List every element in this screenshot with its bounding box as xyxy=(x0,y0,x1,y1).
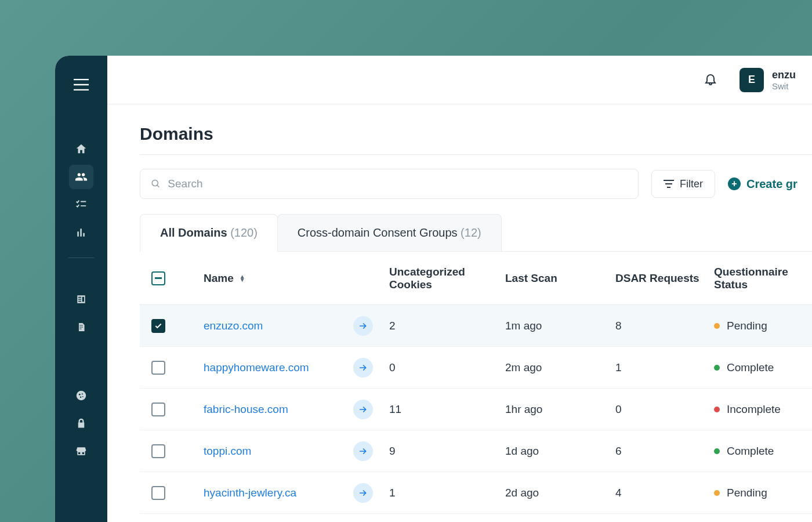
domain-link[interactable]: hyacinth-jewlery.ca xyxy=(204,487,296,499)
open-domain-button[interactable] xyxy=(353,400,373,419)
open-domain-button[interactable] xyxy=(353,358,373,378)
uncategorized-value: 0 xyxy=(389,361,505,374)
lock-icon xyxy=(76,417,86,430)
status-badge: Pending xyxy=(714,487,812,499)
column-name[interactable]: Name ▲▼ xyxy=(204,272,389,285)
home-icon xyxy=(75,143,88,155)
sidebar xyxy=(55,56,107,522)
row-checkbox[interactable] xyxy=(151,361,165,375)
status-badge: Complete xyxy=(714,445,812,458)
tab-consent-groups[interactable]: Cross-domain Consent Groups (12) xyxy=(277,214,502,251)
table-row: toppi.com91d ago6Complete xyxy=(140,430,812,472)
news-icon xyxy=(75,293,87,305)
open-domain-button[interactable] xyxy=(353,316,373,336)
toolbar: Filter + Create gr xyxy=(140,169,812,199)
svg-point-4 xyxy=(82,396,84,397)
nav-reports[interactable] xyxy=(69,287,93,311)
arrow-right-icon xyxy=(358,321,368,331)
status-label: Incomplete xyxy=(727,403,781,416)
nav-domains[interactable] xyxy=(69,165,93,189)
open-domain-button[interactable] xyxy=(353,483,373,503)
dsar-value: 4 xyxy=(615,487,714,499)
column-questionnaire[interactable]: Questionnaire Status xyxy=(714,266,812,291)
tab-label: Cross-domain Consent Groups xyxy=(298,226,458,239)
uncategorized-value: 1 xyxy=(389,487,505,499)
dsar-value: 8 xyxy=(615,320,714,332)
nav-documents[interactable] xyxy=(69,315,93,339)
status-label: Complete xyxy=(727,445,774,458)
app-window: E enzu Swit Domains Filter xyxy=(55,56,812,522)
status-badge: Incomplete xyxy=(714,403,812,416)
open-domain-button[interactable] xyxy=(353,441,373,461)
notifications-button[interactable] xyxy=(704,71,717,89)
menu-toggle-button[interactable] xyxy=(74,79,89,90)
table-row: fabric-house.com111hr ago0Incomplete xyxy=(140,389,812,430)
row-checkbox[interactable] xyxy=(151,444,165,458)
hamburger-icon xyxy=(74,79,89,90)
column-dsar[interactable]: DSAR Requests xyxy=(615,272,714,285)
tab-count: (12) xyxy=(461,226,481,239)
avatar: E xyxy=(740,68,764,92)
nav-privacy[interactable] xyxy=(69,411,93,436)
create-group-button[interactable]: + Create gr xyxy=(728,177,798,191)
divider xyxy=(140,154,812,155)
dsar-value: 1 xyxy=(615,361,714,374)
filter-button[interactable]: Filter xyxy=(651,170,715,198)
nav-store[interactable] xyxy=(69,439,93,463)
column-uncategorized[interactable]: Uncategorized Cookies xyxy=(389,266,505,291)
main-content: E enzu Swit Domains Filter xyxy=(107,56,812,522)
status-badge: Pending xyxy=(714,320,812,332)
sort-icon: ▲▼ xyxy=(240,275,245,282)
row-checkbox[interactable] xyxy=(151,319,165,333)
status-label: Pending xyxy=(727,320,767,332)
row-checkbox[interactable] xyxy=(151,403,165,416)
status-dot-icon xyxy=(714,490,720,496)
dsar-value: 0 xyxy=(615,403,714,416)
search-box[interactable] xyxy=(140,169,639,199)
uncategorized-value: 11 xyxy=(389,403,505,416)
nav-home[interactable] xyxy=(69,137,93,161)
filter-icon xyxy=(664,180,674,188)
tabs: All Domains (120) Cross-domain Consent G… xyxy=(140,214,812,252)
domain-link[interactable]: toppi.com xyxy=(204,445,251,458)
bell-icon xyxy=(704,71,717,86)
store-icon xyxy=(75,445,87,457)
account-switcher[interactable]: E enzu Swit xyxy=(740,68,796,92)
bar-chart-icon xyxy=(75,227,87,238)
column-last-scan[interactable]: Last Scan xyxy=(505,272,615,285)
arrow-right-icon xyxy=(358,447,368,456)
people-icon xyxy=(75,171,88,183)
status-dot-icon xyxy=(714,407,720,412)
arrow-right-icon xyxy=(358,488,368,498)
svg-point-3 xyxy=(80,397,81,398)
topbar: E enzu Swit xyxy=(107,56,812,104)
tab-all-domains[interactable]: All Domains (120) xyxy=(140,214,278,251)
sidebar-divider xyxy=(68,258,95,258)
search-input[interactable] xyxy=(168,177,628,190)
tab-count: (120) xyxy=(230,226,258,239)
row-checkbox[interactable] xyxy=(151,486,165,500)
last-scan-value: 1hr ago xyxy=(505,403,615,416)
status-dot-icon xyxy=(714,323,720,329)
last-scan-value: 1d ago xyxy=(505,445,615,458)
nav-tasks[interactable] xyxy=(69,193,93,217)
nav-analytics[interactable] xyxy=(69,220,93,245)
status-label: Complete xyxy=(727,361,774,374)
account-switch-label: Swit xyxy=(772,81,796,91)
search-icon xyxy=(151,179,161,189)
status-label: Pending xyxy=(727,487,767,499)
domain-link[interactable]: fabric-house.com xyxy=(204,403,288,416)
table-header: Name ▲▼ Uncategorized Cookies Last Scan … xyxy=(140,252,812,305)
table-row: enzuzo.com21m ago8Pending xyxy=(140,305,812,347)
select-all-checkbox[interactable] xyxy=(151,271,165,285)
svg-point-0 xyxy=(77,391,86,401)
page-title: Domains xyxy=(140,124,812,144)
create-label: Create gr xyxy=(746,177,798,191)
nav-cookies[interactable] xyxy=(69,383,93,408)
last-scan-value: 2d ago xyxy=(505,487,615,499)
arrow-right-icon xyxy=(358,405,368,414)
domains-table: Name ▲▼ Uncategorized Cookies Last Scan … xyxy=(140,252,812,514)
domain-link[interactable]: enzuzo.com xyxy=(204,320,263,332)
domain-link[interactable]: happyhomeware.com xyxy=(204,361,309,374)
content-area: Domains Filter + Create gr All Dom xyxy=(107,104,812,522)
